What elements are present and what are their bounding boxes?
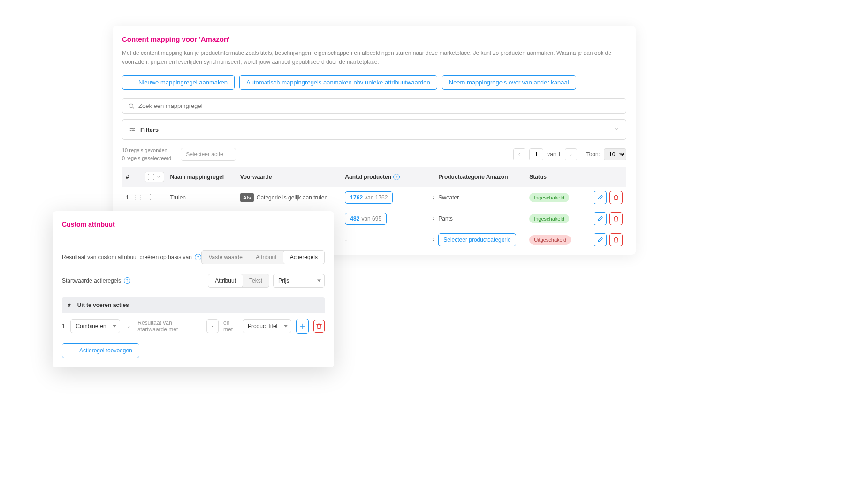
next-page-button[interactable] bbox=[565, 148, 577, 160]
prev-page-button[interactable] bbox=[513, 148, 525, 160]
help-icon[interactable]: ? bbox=[393, 174, 400, 180]
page-total-label: van 1 bbox=[547, 151, 561, 158]
status-badge: Uitgeschakeld bbox=[529, 235, 571, 244]
row-checkbox[interactable] bbox=[145, 194, 151, 200]
filters-label: Filters bbox=[140, 126, 159, 133]
chevron-right-icon[interactable] bbox=[429, 237, 438, 242]
chevron-right-icon[interactable] bbox=[429, 216, 438, 221]
edit-button[interactable] bbox=[594, 233, 607, 246]
new-mapping-rule-button[interactable]: Nieuwe mappingregel aanmaken bbox=[122, 75, 235, 90]
product-count-pill[interactable]: 1762van 1762 bbox=[345, 191, 393, 204]
help-icon[interactable]: ? bbox=[195, 254, 201, 260]
start-option-text[interactable]: Tekst bbox=[243, 274, 269, 287]
action-button-row: Nieuwe mappingregel aanmaken Automatisch… bbox=[122, 75, 626, 90]
start-option-attribute[interactable]: Attribuut bbox=[208, 274, 243, 288]
table-header-row: # Naam mappingregel Voorwaarde Aantal pr… bbox=[122, 167, 626, 187]
search-icon bbox=[128, 103, 135, 109]
add-action-button[interactable] bbox=[296, 319, 309, 334]
pagination: van 1 bbox=[513, 148, 577, 160]
basis-option-action-rules[interactable]: Actieregels bbox=[283, 250, 325, 264]
chevron-down-icon bbox=[226, 152, 231, 157]
start-attribute-select[interactable]: Prijs bbox=[273, 274, 325, 288]
row-condition: Categorie is gelijk aan truien bbox=[257, 194, 327, 201]
header-count: Aantal producten ? bbox=[345, 174, 438, 180]
start-value-label: Startwaarde actieregels bbox=[62, 277, 121, 284]
page-size-select[interactable]: 10 bbox=[604, 148, 626, 160]
product-count-pill[interactable]: 482van 695 bbox=[345, 213, 387, 225]
show-label: Toon: bbox=[586, 151, 600, 158]
basis-option-fixed[interactable]: Vaste waarde bbox=[202, 251, 249, 264]
action-type-select[interactable]: Combineren bbox=[70, 319, 120, 333]
edit-button[interactable] bbox=[594, 191, 607, 204]
modal-title: Custom attribuut bbox=[62, 221, 325, 236]
select-category-button[interactable]: Selecteer productcategorie bbox=[438, 233, 516, 246]
bulk-action-select[interactable]: Selecteer actie bbox=[181, 148, 236, 161]
header-category: Productcategorie Amazon bbox=[438, 174, 529, 180]
new-rule-label: Nieuwe mappingregel aanmaken bbox=[138, 79, 228, 86]
header-name: Naam mappingregel bbox=[170, 174, 240, 180]
delete-action-button[interactable] bbox=[313, 320, 325, 333]
plus-icon bbox=[69, 347, 76, 354]
action-num: 1 bbox=[62, 323, 66, 329]
row-category: Sweater bbox=[438, 194, 529, 201]
chevron-down-icon bbox=[156, 175, 161, 179]
edit-button[interactable] bbox=[594, 212, 607, 225]
plus-icon bbox=[129, 79, 136, 86]
sliders-icon bbox=[129, 126, 136, 133]
add-action-rule-button[interactable]: Actieregel toevoegen bbox=[62, 343, 139, 358]
page-input[interactable] bbox=[529, 148, 543, 160]
and-with-label: en met bbox=[223, 320, 238, 333]
start-segment-group: Attribuut Tekst bbox=[208, 274, 269, 288]
chevron-right-icon bbox=[125, 324, 133, 329]
header-condition: Voorwaarde bbox=[240, 174, 345, 180]
basis-label: Resultaat van custom attribuut creëren o… bbox=[62, 254, 192, 260]
search-input[interactable] bbox=[138, 102, 620, 109]
help-icon[interactable]: ? bbox=[124, 277, 130, 284]
page-title: Content mapping voor 'Amazon' bbox=[122, 35, 626, 43]
search-bar[interactable] bbox=[122, 98, 626, 114]
filters-bar[interactable]: Filters bbox=[122, 119, 626, 140]
chevron-right-icon[interactable] bbox=[429, 195, 438, 200]
delete-button[interactable] bbox=[609, 212, 623, 225]
table-row: 1 ⋮⋮ Truien Als Categorie is gelijk aan … bbox=[122, 187, 626, 208]
copy-mapping-rules-button[interactable]: Neem mappingregels over van ander kanaal bbox=[442, 75, 576, 90]
chevron-down-icon bbox=[614, 125, 619, 134]
status-badge: Ingeschakeld bbox=[529, 214, 569, 223]
action-rule-row: 1 Combineren Resultaat van startwaarde m… bbox=[62, 313, 325, 339]
select-all-checkbox[interactable] bbox=[145, 172, 164, 182]
header-status: Status bbox=[529, 174, 585, 180]
row-category: Pants bbox=[438, 215, 529, 222]
custom-attribute-modal: Custom attribuut Resultaat van custom at… bbox=[53, 211, 334, 367]
row-name: Truien bbox=[170, 194, 240, 201]
svg-point-0 bbox=[129, 104, 133, 107]
basis-option-attribute[interactable]: Attribuut bbox=[249, 251, 283, 264]
delete-button[interactable] bbox=[609, 191, 623, 204]
als-badge: Als bbox=[240, 193, 254, 202]
auto-mapping-rules-button[interactable]: Automatisch mappingregels aanmaken obv u… bbox=[239, 75, 437, 90]
rule-counts: 10 regels gevonden 0 regels geselecteerd bbox=[122, 146, 171, 162]
action-target-select[interactable]: Product titel bbox=[243, 319, 291, 333]
row-num: 1 bbox=[126, 194, 131, 201]
header-hash: # bbox=[126, 174, 145, 180]
status-badge: Ingeschakeld bbox=[529, 193, 569, 202]
page-description: Met de content mapping kun je productinf… bbox=[122, 49, 626, 67]
product-count-empty: - bbox=[345, 237, 347, 243]
separator-input[interactable] bbox=[206, 319, 219, 333]
drag-handle-icon[interactable]: ⋮⋮ bbox=[131, 194, 145, 201]
delete-button[interactable] bbox=[609, 233, 623, 246]
copy-rules-label: Neem mappingregels over van ander kanaal bbox=[449, 79, 569, 86]
table-toolbar: 10 regels gevonden 0 regels geselecteerd… bbox=[122, 146, 626, 162]
auto-rules-label: Automatisch mappingregels aanmaken obv u… bbox=[246, 79, 430, 86]
actions-section-header: # Uit te voeren acties bbox=[62, 297, 325, 313]
basis-segment-group: Vaste waarde Attribuut Actieregels bbox=[201, 250, 325, 264]
action-result-label: Resultaat van startwaarde met bbox=[137, 320, 202, 333]
